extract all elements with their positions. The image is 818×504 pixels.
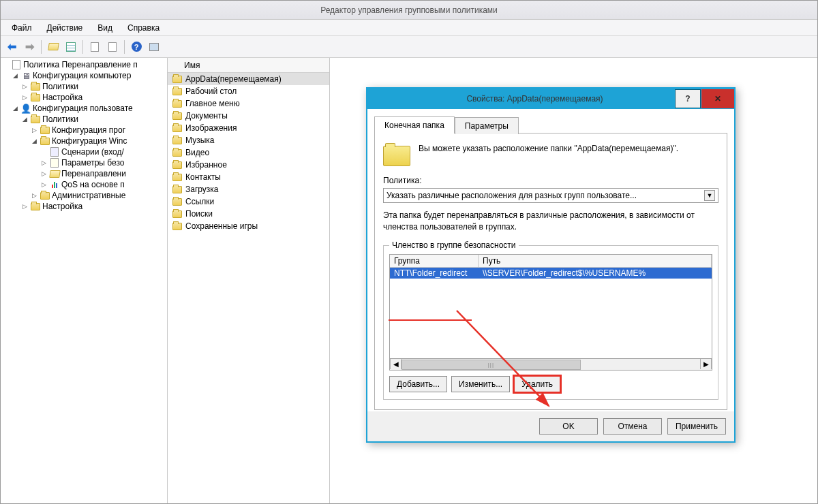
- up-folder-button[interactable]: [45, 39, 61, 55]
- toolbar-separator: [41, 40, 42, 54]
- list-item-label: Контакты: [185, 172, 221, 182]
- tree-comp-settings[interactable]: ▷Настройка: [20, 92, 167, 103]
- scroll-thumb[interactable]: |||: [402, 360, 581, 370]
- nav-forward-button[interactable]: ➡: [21, 39, 37, 55]
- tree-root-policy[interactable]: Политика Перенаправление п: [1, 59, 167, 70]
- list-item-label: Видео: [185, 148, 209, 157]
- tree-comp-policies[interactable]: ▷Политики: [20, 81, 167, 92]
- folder-icon: [30, 114, 41, 125]
- collapse-icon[interactable]: ◢: [21, 116, 29, 123]
- tree-user-config[interactable]: ◢👤Конфигурация пользовате: [10, 103, 167, 114]
- expand-icon[interactable]: ▷: [21, 203, 29, 210]
- tree-label: Сценарии (вход/: [61, 147, 124, 157]
- list-item[interactable]: Главное меню: [168, 97, 329, 110]
- list-item[interactable]: Поиски: [168, 208, 329, 220]
- tree-user-policies[interactable]: ◢Политики: [20, 114, 167, 125]
- folder-icon: [172, 184, 183, 195]
- cancel-button[interactable]: Отмена: [603, 418, 662, 435]
- target-tab-panel: Вы можете указать расположение папки "Ap…: [374, 133, 727, 410]
- add-button[interactable]: Добавить...: [389, 376, 447, 392]
- properties-button[interactable]: [63, 39, 79, 55]
- list-item[interactable]: Документы: [168, 110, 329, 122]
- expand-icon[interactable]: ▷: [31, 127, 38, 134]
- expand-icon[interactable]: ▷: [40, 159, 48, 167]
- edit-button[interactable]: Изменить...: [451, 376, 510, 392]
- filter-button[interactable]: [146, 39, 162, 55]
- list-pane: Имя AppData(перемещаемая)Рабочий столГла…: [168, 58, 330, 503]
- list-item[interactable]: Избранное: [168, 159, 329, 171]
- nav-back-button[interactable]: ⬅: [3, 39, 20, 55]
- scroll-right-button[interactable]: ▶: [700, 359, 712, 369]
- tree-label: Политика Перенаправление п: [23, 60, 138, 69]
- tree-label: Параметры безо: [61, 158, 125, 168]
- expand-icon[interactable]: ▷: [31, 192, 38, 200]
- tree-qos[interactable]: ▷QoS на основе п: [39, 179, 167, 190]
- list-item[interactable]: Музыка: [168, 134, 329, 146]
- tree-label: Конфигурация прог: [52, 125, 125, 135]
- expand-icon[interactable]: ▷: [21, 83, 29, 91]
- list-column-header[interactable]: Имя: [168, 58, 329, 73]
- collapse-icon[interactable]: ◢: [12, 72, 19, 80]
- scroll-track[interactable]: |||: [402, 360, 700, 369]
- document-icon: [11, 59, 22, 70]
- cell-group: NTT\Folder_redirect: [390, 268, 479, 279]
- menu-file[interactable]: Файл: [5, 21, 39, 35]
- menu-view[interactable]: Вид: [91, 21, 119, 35]
- tree-label: Настройка: [42, 202, 82, 211]
- dialog-titlebar[interactable]: Свойства: AppData(перемещаемая) ? ✕: [367, 89, 734, 109]
- expand-icon[interactable]: ▷: [21, 94, 29, 101]
- tab-target-folder[interactable]: Конечная папка: [374, 116, 455, 133]
- tree-scripts[interactable]: Сценарии (вход/: [39, 146, 167, 157]
- collapse-icon[interactable]: ◢: [12, 105, 19, 112]
- folder-icon: [40, 190, 50, 201]
- list-item[interactable]: Загрузка: [168, 183, 329, 195]
- folder-icon: [30, 201, 41, 212]
- close-icon: ✕: [714, 94, 721, 104]
- menu-help[interactable]: Справка: [121, 21, 166, 35]
- th-group[interactable]: Группа: [390, 255, 479, 267]
- tree-software-config[interactable]: ▷Конфигурация прог: [29, 125, 167, 136]
- apply-button[interactable]: Применить: [667, 418, 726, 435]
- help-button[interactable]: ?: [128, 39, 145, 55]
- tree-label: Политики: [42, 114, 78, 124]
- tree-folder-redirect[interactable]: ▷Перенаправлени: [39, 168, 167, 179]
- folder-icon: [40, 125, 50, 136]
- list-item-label: Главное меню: [185, 99, 240, 108]
- list-item[interactable]: Контакты: [168, 171, 329, 183]
- refresh-button[interactable]: [104, 39, 121, 55]
- delete-button[interactable]: Удалить: [514, 376, 560, 392]
- expand-icon[interactable]: ▷: [40, 170, 48, 178]
- policy-dropdown[interactable]: Указать различные расположения для разны…: [383, 188, 718, 203]
- expand-icon[interactable]: ▷: [40, 181, 48, 189]
- help-icon: ?: [132, 42, 142, 52]
- dialog-close-button[interactable]: ✕: [701, 89, 734, 108]
- tree-label: Настройка: [42, 93, 82, 102]
- folder-icon: [172, 74, 183, 84]
- dialog-footer: OK Отмена Применить: [367, 411, 734, 441]
- toolbar: ⬅ ➡ ?: [1, 36, 817, 58]
- collapse-icon[interactable]: ◢: [31, 138, 38, 145]
- horizontal-scrollbar[interactable]: ◀ ||| ▶: [389, 359, 712, 371]
- list-item[interactable]: Рабочий стол: [168, 85, 329, 97]
- ok-button[interactable]: OK: [539, 418, 598, 435]
- tree-user-settings[interactable]: ▷Настройка: [20, 201, 167, 212]
- menu-action[interactable]: Действие: [40, 21, 90, 35]
- tree-label: Политики: [42, 82, 78, 91]
- list-item[interactable]: Видео: [168, 146, 329, 159]
- export-button[interactable]: [87, 39, 103, 55]
- scroll-left-button[interactable]: ◀: [390, 359, 402, 369]
- toolbar-separator: [124, 40, 125, 54]
- list-item[interactable]: Сохраненные игры: [168, 220, 329, 232]
- list-item[interactable]: Ссылки: [168, 195, 329, 208]
- tab-settings[interactable]: Параметры: [455, 117, 519, 134]
- tree-windows-config[interactable]: ◢Конфигурация Winc: [29, 136, 167, 146]
- list-item[interactable]: Изображения: [168, 122, 329, 134]
- tree-computer-config[interactable]: ◢🖥Конфигурация компьютер: [10, 70, 167, 81]
- th-path[interactable]: Путь: [479, 255, 712, 267]
- table-row[interactable]: NTT\Folder_redirect \\SERVER\Folder_redi…: [390, 268, 712, 279]
- tree-admin-templates[interactable]: ▷Административные: [29, 190, 167, 201]
- tree-security[interactable]: ▷Параметры безо: [39, 157, 167, 168]
- list-item[interactable]: AppData(перемещаемая): [168, 73, 329, 85]
- dialog-help-button[interactable]: ?: [675, 89, 701, 108]
- tree-label: Конфигурация Winc: [52, 136, 127, 146]
